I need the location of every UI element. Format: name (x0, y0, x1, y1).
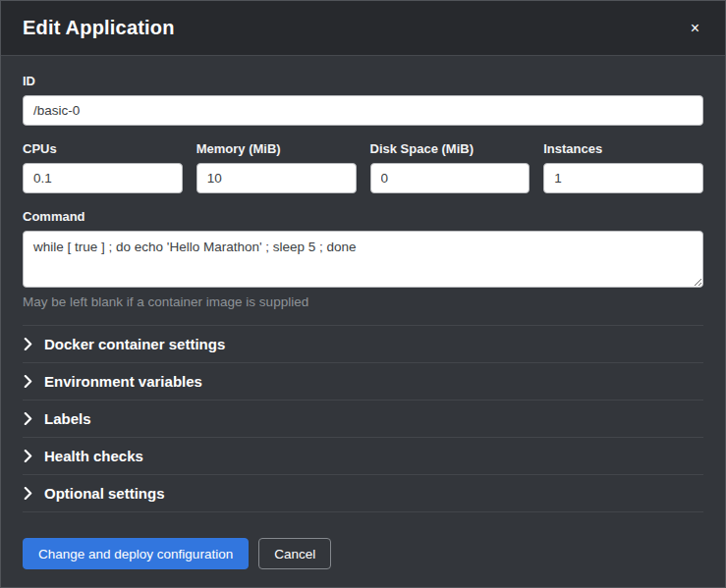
memory-input[interactable] (196, 163, 357, 193)
section-label: Health checks (44, 448, 143, 464)
modal-footer: Change and deploy configuration Cancel (1, 524, 725, 587)
modal-body: ID CPUs Memory (MiB) Disk Space (MiB) In… (1, 56, 725, 524)
chevron-right-icon (23, 450, 32, 463)
cpus-input[interactable] (23, 163, 183, 193)
instances-label: Instances (543, 141, 703, 156)
chevron-right-icon (23, 412, 32, 426)
cancel-button[interactable]: Cancel (258, 538, 331, 569)
chevron-right-icon (23, 338, 32, 351)
id-label: ID (23, 74, 703, 88)
command-label: Command (23, 209, 703, 224)
close-icon[interactable]: × (687, 19, 703, 38)
collapsible-sections: Docker container settings Environment va… (23, 325, 703, 512)
section-optional-settings[interactable]: Optional settings (23, 474, 703, 512)
section-environment-variables[interactable]: Environment variables (23, 362, 703, 400)
memory-label: Memory (MiB) (196, 141, 357, 156)
command-help-text: May be left blank if a container image i… (23, 294, 703, 309)
cpus-label: CPUs (23, 141, 183, 156)
change-and-deploy-button[interactable]: Change and deploy configuration (23, 538, 249, 569)
memory-field: Memory (MiB) (196, 141, 357, 193)
command-field: Command while [ true ] ; do echo 'Hello … (23, 209, 703, 309)
section-label: Optional settings (44, 485, 165, 502)
chevron-right-icon (23, 487, 32, 501)
disk-field: Disk Space (MiB) (370, 141, 531, 193)
section-label: Docker container settings (44, 336, 225, 352)
id-input[interactable] (23, 95, 703, 126)
chevron-right-icon (23, 375, 32, 389)
section-health-checks[interactable]: Health checks (23, 437, 703, 474)
command-input[interactable]: while [ true ] ; do echo 'Hello Marathon… (23, 231, 703, 288)
section-docker-container-settings[interactable]: Docker container settings (23, 325, 703, 362)
section-label: Labels (44, 410, 91, 427)
modal-title: Edit Application (23, 17, 175, 39)
resources-row: CPUs Memory (MiB) Disk Space (MiB) Insta… (23, 141, 703, 193)
id-field: ID (23, 74, 703, 126)
section-labels[interactable]: Labels (23, 400, 703, 437)
edit-application-modal: Edit Application × ID CPUs Memory (MiB) … (0, 0, 726, 588)
modal-header: Edit Application × (1, 1, 725, 56)
instances-input[interactable] (543, 163, 703, 193)
instances-field: Instances (543, 141, 703, 193)
section-label: Environment variables (44, 373, 202, 390)
disk-label: Disk Space (MiB) (370, 141, 531, 156)
disk-input[interactable] (370, 163, 531, 193)
cpus-field: CPUs (23, 141, 183, 193)
